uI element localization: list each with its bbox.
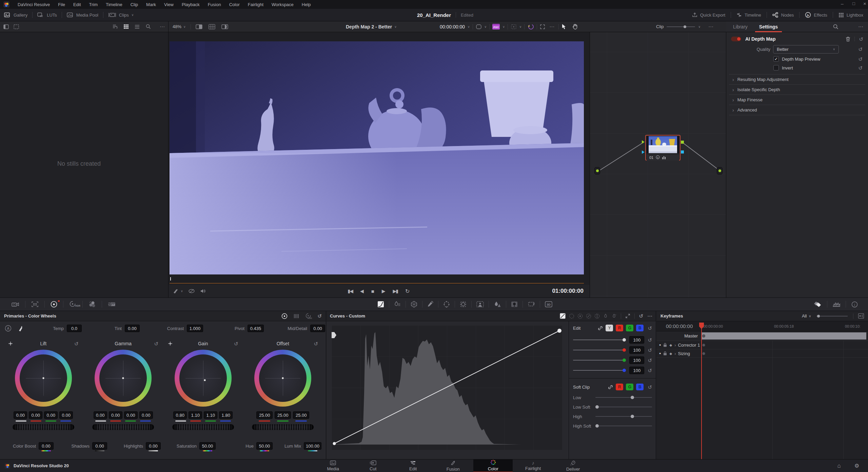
- sat-vs-sat-icon[interactable]: [603, 313, 608, 319]
- delete-effect-icon[interactable]: [846, 37, 850, 42]
- lift-wheel[interactable]: [15, 350, 72, 407]
- lift-master-wheel[interactable]: [13, 424, 74, 430]
- high-slider[interactable]: [595, 416, 652, 417]
- page-fusion[interactable]: Fusion: [433, 459, 473, 472]
- menu-workspace[interactable]: Workspace: [272, 2, 294, 7]
- hue-vs-hue-icon[interactable]: [569, 313, 574, 319]
- keyframes-zoom-slider[interactable]: [816, 314, 848, 318]
- r-gain-value[interactable]: 100: [629, 346, 644, 354]
- temp-value[interactable]: 0.0: [67, 325, 82, 332]
- y-gain-reset-icon[interactable]: ↺: [648, 337, 652, 343]
- page-color[interactable]: Color: [473, 459, 513, 472]
- pivot-value[interactable]: 0.435: [248, 325, 264, 332]
- page-cut[interactable]: Cut: [353, 459, 393, 472]
- search-icon[interactable]: [833, 24, 839, 29]
- tab-library[interactable]: Library: [733, 24, 748, 29]
- effects-panel-button[interactable]: fx Effects: [805, 12, 827, 18]
- b-gain-reset-icon[interactable]: ↺: [648, 368, 652, 373]
- chevron-down-icon[interactable]: ∨: [519, 25, 522, 28]
- keyframes-palette-icon[interactable]: [808, 301, 827, 308]
- lightbox-panel-button[interactable]: Lightbox: [839, 12, 863, 18]
- keyframes-playhead[interactable]: [701, 323, 702, 459]
- info-palette-icon[interactable]: i: [846, 301, 863, 308]
- section-advanced[interactable]: › Advanced: [729, 105, 865, 115]
- corrector-node[interactable]: 01 fx: [645, 135, 680, 161]
- y-gain-value[interactable]: 100: [629, 336, 644, 344]
- color-enhance-icon[interactable]: [527, 24, 534, 30]
- jump-end-button[interactable]: ▶▮: [393, 288, 398, 294]
- power-window-palette-icon[interactable]: [438, 301, 455, 308]
- quick-export-button[interactable]: Quick Export: [692, 12, 725, 18]
- b-gain-slider[interactable]: [573, 370, 626, 371]
- track-enable-dot[interactable]: ●: [659, 343, 661, 347]
- keyframe-dot[interactable]: [702, 344, 705, 347]
- magic-mask-palette-icon[interactable]: [472, 301, 489, 307]
- sat-vs-lum-icon[interactable]: [611, 313, 617, 319]
- inspector-more-icon[interactable]: ⋯: [858, 24, 863, 30]
- node-key-input[interactable]: [642, 150, 645, 154]
- viewer-scrub-bar[interactable]: [170, 277, 584, 281]
- chevron-down-icon[interactable]: ∨: [183, 25, 186, 28]
- page-fairlight[interactable]: ♪ Fairlight: [513, 459, 553, 472]
- audio-mute-icon[interactable]: [200, 289, 205, 293]
- shadows-value[interactable]: 0.00: [92, 442, 107, 450]
- channel-y-button[interactable]: Y: [606, 325, 613, 331]
- quality-reset-icon[interactable]: ↺: [858, 47, 863, 52]
- invert-checkbox[interactable]: [773, 65, 779, 70]
- color-warper-palette-icon[interactable]: [389, 301, 406, 308]
- menu-edit[interactable]: Edit: [73, 2, 81, 7]
- collapse-panel-icon[interactable]: [858, 313, 864, 319]
- bars-mode-icon[interactable]: [294, 313, 299, 319]
- hdr-palette-icon[interactable]: HDR: [63, 301, 82, 308]
- chevron-right-icon[interactable]: ›: [674, 351, 676, 356]
- key-palette-icon[interactable]: [506, 301, 522, 307]
- luts-toggle-button[interactable]: LUTs: [37, 12, 57, 18]
- loop-button[interactable]: ↻: [405, 288, 410, 294]
- gallery-more-icon[interactable]: ⋯: [160, 24, 165, 30]
- camera-raw-palette-icon[interactable]: [5, 301, 25, 307]
- grid-compare-icon[interactable]: [209, 24, 215, 29]
- viewer-clip-selector[interactable]: Depth Map 2 - Better: [346, 24, 392, 29]
- expand-viewer-icon[interactable]: [540, 24, 545, 29]
- menu-davinci-resolve[interactable]: DaVinci Resolve: [18, 2, 50, 7]
- menu-view[interactable]: View: [164, 2, 174, 7]
- invert-reset-icon[interactable]: ↺: [858, 65, 863, 70]
- soft-clip-reset-icon[interactable]: ↺: [648, 385, 652, 390]
- gain-wheel[interactable]: [175, 350, 232, 407]
- gamma-master-wheel[interactable]: [92, 424, 154, 430]
- highlights-value[interactable]: 0.00: [146, 442, 161, 450]
- high-soft-slider[interactable]: [595, 426, 652, 426]
- tint-value[interactable]: 0.00: [125, 325, 140, 332]
- chevron-down-icon[interactable]: ∨: [485, 25, 487, 28]
- lock-icon[interactable]: [663, 351, 667, 355]
- lum-vs-sat-icon[interactable]: [594, 313, 600, 319]
- stabilizer-icon[interactable]: [511, 24, 517, 29]
- depth-map-preview-checkbox[interactable]: ✓: [773, 56, 779, 62]
- chevron-down-icon[interactable]: ∨: [502, 25, 505, 28]
- wipe-mode-icon[interactable]: [221, 24, 228, 29]
- motion-effects-palette-icon[interactable]: [102, 301, 122, 307]
- still-album-icon[interactable]: [14, 24, 19, 29]
- contrast-value[interactable]: 1.000: [187, 325, 203, 332]
- gain-reset-icon[interactable]: ↺: [234, 341, 238, 346]
- g-gain-slider[interactable]: [573, 360, 626, 361]
- keyframe-dot[interactable]: [702, 352, 705, 355]
- keyframes-filter-dropdown[interactable]: All ∨: [802, 313, 811, 319]
- mid-detail-value[interactable]: 0.00: [310, 325, 325, 332]
- section-resulting-map-adjustment[interactable]: › Resulting Map Adjustment: [729, 75, 865, 85]
- channel-b-button[interactable]: B: [636, 325, 644, 331]
- track-solo-diamond[interactable]: ◆: [669, 352, 672, 355]
- menu-file[interactable]: File: [58, 2, 65, 7]
- track-sizing[interactable]: ● ◆ › Sizing: [656, 349, 868, 358]
- node-graph-panel[interactable]: 01 fx: [590, 32, 726, 297]
- g-gain-value[interactable]: 100: [629, 356, 644, 364]
- play-button[interactable]: ▶: [382, 288, 386, 294]
- y-gain-slider[interactable]: [573, 340, 626, 340]
- gamma-wheel[interactable]: [95, 350, 152, 407]
- node-output-port[interactable]: [717, 167, 723, 175]
- menu-help[interactable]: Help: [302, 2, 311, 7]
- track-enable-dot[interactable]: ●: [659, 352, 661, 355]
- viewer-image[interactable]: [170, 41, 584, 274]
- channel-r-button[interactable]: R: [616, 325, 623, 331]
- qualifier-palette-icon[interactable]: [422, 301, 438, 308]
